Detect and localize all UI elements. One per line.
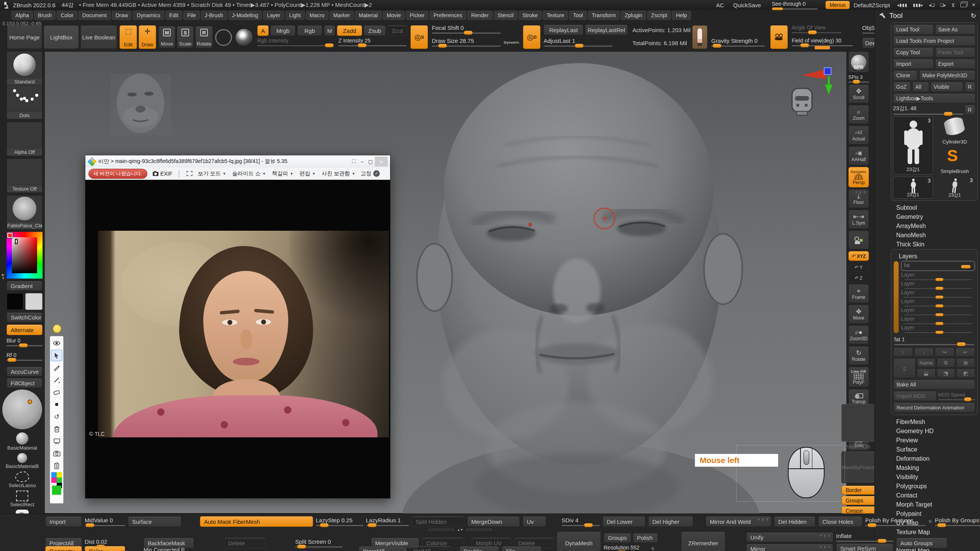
image-viewer-window[interactable]: 비만 > main-qimg-93c3c8ffe6d5fa389f679ef1b… xyxy=(85,155,390,499)
menu-item[interactable]: Stroke xyxy=(519,11,542,20)
gravity-strength-slider[interactable]: Gravity Strength 0 xyxy=(711,37,765,47)
color-palette-icon[interactable] xyxy=(51,472,62,484)
new-version-button[interactable]: 새 버전이 나왔습니다. xyxy=(88,169,147,179)
cursor-tool-icon[interactable] xyxy=(51,350,62,361)
viewer-menu-item[interactable]: 보기 모드▼ xyxy=(198,170,226,177)
camera-icon[interactable] xyxy=(770,25,788,49)
menu-item[interactable]: Help xyxy=(672,11,691,20)
tool-section-header[interactable]: Visibility xyxy=(896,473,980,482)
menu-item[interactable]: Tool xyxy=(569,11,587,20)
menu-item[interactable]: Zplugin xyxy=(621,11,646,20)
actual-button[interactable]: ⌕x1Actual xyxy=(848,126,869,145)
unify-button[interactable]: Unifyx y z xyxy=(746,532,833,542)
restore-icon[interactable] xyxy=(960,3,967,7)
home-page-button[interactable]: Home Page xyxy=(7,25,42,49)
rgb-button[interactable]: Rgb xyxy=(297,25,322,36)
tool-section-header[interactable]: FiberMesh xyxy=(896,417,980,427)
accucurve-button[interactable]: AccuCurve xyxy=(7,367,42,377)
load-tool-button[interactable]: Load Tool xyxy=(893,24,934,34)
layer-redo-all-button[interactable]: ↩ xyxy=(956,347,975,357)
menu-item[interactable]: Picker xyxy=(406,11,428,20)
close-holes-button[interactable]: Close Holes xyxy=(818,516,862,527)
current-material-sphere[interactable] xyxy=(2,390,42,429)
ac-button[interactable]: AC xyxy=(716,2,724,8)
tool-section-header[interactable]: Morph Target xyxy=(896,500,980,509)
whiteboard-icon[interactable] xyxy=(51,435,62,447)
fov-slider[interactable]: Field of view(deg) 30 xyxy=(792,37,853,46)
load-tools-project-button[interactable]: Load Tools From Project xyxy=(893,36,975,46)
tool-name-slider[interactable]: 23강1. 48 xyxy=(893,105,963,115)
tray-divider-handle[interactable]: ▶▼ xyxy=(2,273,5,280)
make-polymesh3d-button[interactable]: Make PolyMesh3D xyxy=(919,70,975,80)
menu-item[interactable]: Color xyxy=(57,11,77,20)
tool-section-header[interactable]: Thick Skin xyxy=(896,240,980,249)
rotate-y-button[interactable]: ↶Y xyxy=(848,262,869,272)
menu-item[interactable]: Draw xyxy=(112,11,132,20)
move-mode-button[interactable]: M Move xyxy=(158,26,175,48)
layer-down-button[interactable]: ↓ xyxy=(914,347,934,357)
frame-button[interactable]: ⌖Frame xyxy=(848,284,869,303)
material-tile[interactable]: FabioPaiva_Clay2 xyxy=(7,195,42,230)
rotate3d-button[interactable]: ↻Rotate xyxy=(848,346,869,365)
min-connected-slider[interactable]: Min Connected P xyxy=(144,547,194,551)
focal-shift-slider[interactable]: Focal Shift 0 xyxy=(432,24,501,34)
tool-section-header[interactable]: NanoMesh xyxy=(896,231,980,240)
replay-icon[interactable]: ◎D xyxy=(523,25,541,49)
menu-item[interactable]: Zscript xyxy=(647,11,671,20)
secondary-color-swatch[interactable] xyxy=(25,293,42,310)
current-annot-color-swatch[interactable] xyxy=(51,484,62,496)
quick-pick-item[interactable]: BasicMaterial xyxy=(7,432,37,451)
save-as-button[interactable]: Save As xyxy=(935,24,976,34)
zadd-button[interactable]: Zadd xyxy=(337,25,362,36)
paste-tool-button[interactable]: Paste Tool xyxy=(935,47,976,57)
spix-slider[interactable]: SPix 3 xyxy=(848,74,869,83)
persp-button[interactable]: Dynamic Persp xyxy=(848,167,869,187)
maskbyfeature-button[interactable]: MaskByFeature xyxy=(841,451,877,483)
angle-of-view-slider[interactable]: Angle Of View xyxy=(792,24,841,33)
menu-item[interactable]: Movie xyxy=(383,11,405,20)
layer-merge-icon[interactable]: ⬓ xyxy=(917,368,936,378)
viewer-fullscreen-icon[interactable]: ⛶ xyxy=(350,158,358,165)
scroll-button[interactable]: ✥Scroll xyxy=(848,84,869,103)
undo-icon[interactable]: ↺ xyxy=(51,411,62,422)
gravity-direction-icon[interactable] xyxy=(692,25,707,49)
dock-left-icon[interactable]: ◂❏ xyxy=(929,3,934,8)
smart-resym-button[interactable]: Smart ReSym xyxy=(836,543,893,551)
bpr-button[interactable]: BPR xyxy=(848,51,869,73)
mdd-speed-slider[interactable]: MDD Speed xyxy=(938,391,975,401)
clone-button[interactable]: Clone xyxy=(893,70,918,80)
texture-preview-tile[interactable] xyxy=(841,404,877,442)
switchcolor-button[interactable]: SwitchColor xyxy=(7,312,42,322)
draw-size-slider[interactable]: Draw Size 28.75 xyxy=(432,37,501,47)
active-layer-row[interactable]: fat xyxy=(901,261,975,271)
polish-features-mode-dot[interactable] xyxy=(928,520,932,523)
layer-row[interactable]: Layer xyxy=(901,307,975,316)
layer-invert-icon[interactable]: ◩ xyxy=(956,368,975,378)
canvas-scroll-notch[interactable] xyxy=(815,46,830,49)
move3d-button[interactable]: ✥Move xyxy=(848,305,869,324)
menu-item[interactable]: Preferences xyxy=(430,11,466,20)
split-hidden-button[interactable]: Split Hidden xyxy=(412,516,464,527)
tool-section-header[interactable]: Subtool xyxy=(896,203,980,212)
auto-groups-button[interactable]: Auto Groups xyxy=(896,538,947,548)
delmt-button[interactable]: DelMT xyxy=(410,546,452,551)
rotate-mode-button[interactable]: R Rotate xyxy=(195,26,213,48)
tool-thumbnail-3[interactable]: 3 23강1 xyxy=(935,176,975,199)
viewer-menu-item[interactable]: 편집▼ xyxy=(299,170,315,177)
lock-camera-button[interactable] xyxy=(848,230,869,249)
menu-item[interactable]: Document xyxy=(78,11,111,20)
menu-item[interactable]: Stencil xyxy=(494,11,518,20)
rf-slider[interactable]: Rf 0 xyxy=(7,352,42,361)
z-intensity-slider[interactable]: Z Intensity 25 xyxy=(338,37,407,46)
goz-visible-button[interactable]: Visible xyxy=(931,82,963,92)
del-hidden-button[interactable]: Del Hidden xyxy=(774,516,815,527)
tool-section-header[interactable]: Geometry xyxy=(896,212,980,222)
menu-item[interactable]: Material xyxy=(355,11,382,20)
fillobject-button[interactable]: FillObject xyxy=(7,378,42,388)
groups-button[interactable]: Groups xyxy=(841,496,877,505)
resolution-slider[interactable]: Resolution 552 xyxy=(604,544,649,551)
viewer-menu-item[interactable]: 책갈피▼ xyxy=(272,170,293,177)
menu-item[interactable]: File xyxy=(183,11,200,20)
tool-section-header[interactable]: Preview xyxy=(896,436,980,445)
tool-section-header[interactable]: Polygroups xyxy=(896,482,980,491)
